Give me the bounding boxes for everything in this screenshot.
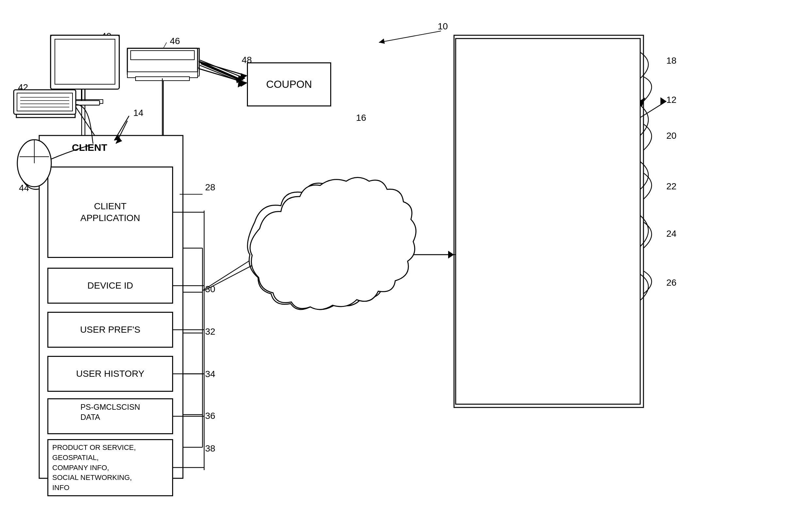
svg-marker-73: [116, 137, 122, 144]
svg-line-43: [200, 65, 245, 84]
label-26: 26: [666, 278, 677, 288]
svg-line-88: [379, 31, 441, 42]
handler-box: HANDLER: [462, 158, 639, 198]
client-application-box: CLIENTAPPLICATION: [47, 167, 173, 258]
label-36: 36: [205, 411, 215, 421]
svg-rect-49: [64, 100, 99, 105]
label-34: 34: [205, 369, 215, 379]
label-20: 20: [666, 131, 677, 141]
svg-rect-51: [127, 48, 198, 73]
svg-marker-87: [660, 97, 666, 104]
svg-rect-14: [18, 96, 74, 114]
svg-marker-36: [268, 245, 274, 253]
label-30: 30: [205, 284, 215, 294]
svg-rect-46: [51, 35, 119, 89]
svg-marker-41: [639, 98, 645, 107]
svg-line-86: [640, 101, 666, 118]
label-44: 44: [19, 183, 29, 193]
svg-line-56: [163, 42, 167, 48]
svg-rect-62: [17, 93, 73, 111]
svg-line-42: [200, 60, 245, 78]
label-22: 22: [666, 181, 677, 192]
svg-line-12: [200, 61, 243, 80]
svg-rect-1: [54, 39, 116, 83]
label-18: 18: [666, 55, 677, 66]
label-14: 14: [133, 108, 144, 118]
svg-rect-55: [135, 77, 190, 81]
label-12: 12: [666, 95, 677, 105]
label-10: 10: [438, 21, 448, 32]
label-40: 40: [101, 31, 111, 41]
svg-marker-44: [238, 76, 245, 82]
svg-marker-45: [238, 81, 245, 87]
svg-rect-0: [51, 35, 119, 87]
svg-rect-8: [137, 75, 190, 79]
svg-rect-52: [131, 51, 194, 60]
ftp-server-box: FTP SERVER: [462, 271, 639, 310]
user-history-box: USER HISTORY: [47, 356, 173, 392]
client-label: CLIENT: [72, 142, 107, 153]
device-id-box: DEVICE ID: [47, 268, 173, 304]
svg-rect-54: [127, 72, 198, 78]
svg-marker-38: [448, 251, 454, 259]
label-42: 42: [18, 82, 28, 93]
svg-line-11: [201, 64, 242, 81]
user-prefs-box: USER PREF'S: [47, 312, 173, 348]
svg-rect-7: [127, 68, 199, 76]
front-end-server-box: FRONT ENDSERVER: [462, 99, 639, 144]
svg-marker-60: [241, 80, 247, 87]
database-server-box: DATABASESERVER: [462, 212, 639, 256]
label-46: 46: [170, 36, 180, 46]
label-32: 32: [205, 327, 215, 337]
svg-marker-82: [265, 255, 273, 261]
svg-rect-4: [67, 99, 103, 103]
ps-data-box: PS-GMCLSCISNDATA: [47, 398, 173, 434]
internet-label: INTERNET: [307, 235, 359, 247]
svg-rect-13: [16, 95, 75, 118]
coupon-box: COUPON: [247, 62, 331, 107]
web-site-server-box: WEB SITE SERVER: [462, 46, 639, 85]
label-28: 28: [205, 182, 215, 193]
svg-marker-59: [241, 73, 247, 80]
svg-line-72: [116, 121, 127, 144]
svg-point-67: [17, 140, 51, 187]
product-service-box: PRODUCT OR SERVICE,GEOSPATIAL,COMPANY IN…: [47, 439, 173, 496]
svg-line-35: [203, 245, 274, 291]
svg-line-58: [199, 69, 247, 83]
svg-line-57: [199, 61, 247, 76]
svg-marker-27: [114, 134, 121, 140]
label-16: 16: [356, 113, 366, 123]
svg-rect-61: [14, 90, 76, 114]
svg-marker-84: [456, 251, 461, 259]
svg-rect-6: [131, 51, 196, 60]
svg-rect-5: [127, 48, 199, 75]
label-24: 24: [666, 228, 677, 239]
svg-marker-10: [235, 77, 242, 83]
svg-line-19: [75, 106, 95, 135]
svg-rect-47: [55, 39, 115, 84]
label-38: 38: [205, 443, 215, 454]
svg-line-26: [114, 116, 129, 140]
svg-marker-89: [379, 39, 385, 44]
svg-line-9: [199, 62, 242, 80]
